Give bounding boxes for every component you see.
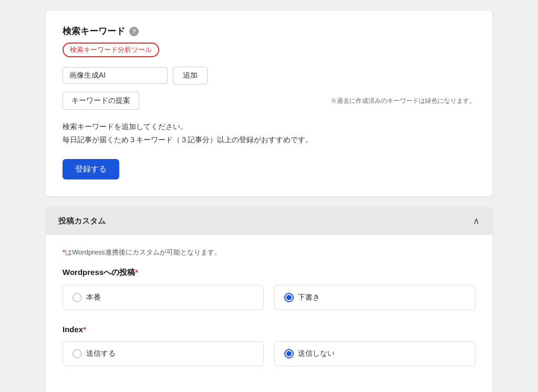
search-keywords-card: 検索キーワード ? 検索キーワード分析ツール 追加 キーワードの提案 ※過去に作… — [46, 10, 492, 196]
radio-label-soshin: 送信する — [86, 349, 116, 358]
radio-circle-shitabook — [284, 293, 294, 302]
wordpress-radio-row: 本番 下書き — [63, 285, 475, 310]
card-title-row: 検索キーワード ? — [63, 25, 475, 37]
help-icon[interactable]: ? — [129, 27, 139, 36]
wp-notice-text: はWordpress連携後にカスタムが可能となります。 — [65, 248, 221, 256]
analysis-link[interactable]: 検索キーワード分析ツール — [63, 43, 159, 57]
radio-option-soshin[interactable]: 送信する — [63, 341, 264, 366]
custom-section-title: 投稿カスタム — [58, 216, 106, 226]
description-text: 検索キーワードを追加してください。 毎日記事が届くため３キーワード（３記事分）以… — [63, 120, 475, 146]
description-line1: 検索キーワードを追加してください。 — [63, 120, 475, 133]
wordpress-label-text: Wordpressへの投稿 — [63, 268, 135, 277]
chevron-up-icon: ∧ — [473, 215, 480, 227]
radio-circle-soshinai — [284, 349, 294, 358]
suggest-row: キーワードの提案 ※過去に作成済みのキーワードは緑色になります。 — [63, 92, 475, 110]
radio-label-soshinai: 送信しない — [298, 349, 335, 358]
radio-circle-soshin — [73, 349, 82, 358]
keyword-input-row: 追加 — [63, 67, 475, 84]
wordpress-asterisk: * — [135, 268, 138, 277]
add-button[interactable]: 追加 — [173, 67, 208, 84]
suggest-button[interactable]: キーワードの提案 — [63, 92, 139, 110]
custom-section-header[interactable]: 投稿カスタム ∧ — [46, 207, 492, 235]
wp-notice: *はWordpress連携後にカスタムが可能となります。 — [63, 248, 475, 257]
index-asterisk: * — [83, 325, 86, 334]
description-line2: 毎日記事が届くため３キーワード（３記事分）以上の登録がおすすめです。 — [63, 133, 475, 146]
radio-option-honban[interactable]: 本番 — [63, 285, 264, 310]
custom-section-body: *はWordpress連携後にカスタムが可能となります。 Wordpressへの… — [46, 235, 492, 392]
keyword-input[interactable] — [63, 67, 168, 84]
radio-circle-honban — [73, 293, 82, 302]
radio-label-shitabook: 下書き — [298, 293, 320, 302]
index-radio-row: 送信する 送信しない — [63, 341, 475, 366]
register-button[interactable]: 登録する — [63, 159, 119, 179]
card-title: 検索キーワード — [63, 25, 125, 37]
index-field-group: Index* 送信する 送信しない — [63, 325, 475, 366]
index-field-label: Index* — [63, 325, 475, 334]
wordpress-field-label: Wordpressへの投稿* — [63, 268, 475, 278]
page-wrapper: 検索キーワード ? 検索キーワード分析ツール 追加 キーワードの提案 ※過去に作… — [46, 10, 492, 392]
radio-option-shitabook[interactable]: 下書き — [274, 285, 475, 310]
hint-text: ※過去に作成済みのキーワードは緑色になります。 — [330, 97, 475, 105]
post-custom-section: 投稿カスタム ∧ *はWordpress連携後にカスタムが可能となります。 Wo… — [46, 207, 492, 392]
radio-label-honban: 本番 — [86, 293, 101, 302]
wordpress-field-group: Wordpressへの投稿* 本番 下書き — [63, 268, 475, 310]
radio-option-soshinai[interactable]: 送信しない — [274, 341, 475, 366]
index-label-text: Index — [63, 325, 83, 334]
